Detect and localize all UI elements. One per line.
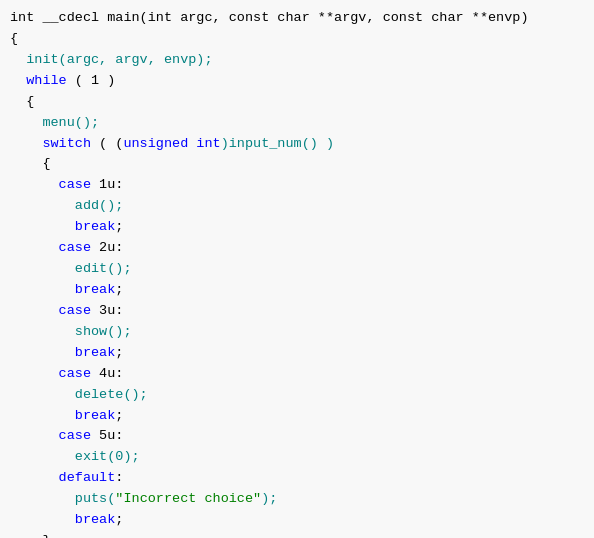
code-token: puts(	[10, 489, 115, 510]
code-token: )	[99, 71, 115, 92]
code-token: ( (	[91, 134, 123, 155]
code-token: 2u:	[91, 238, 123, 259]
code-line: break;	[10, 406, 584, 427]
code-line: while ( 1 )	[10, 71, 584, 92]
code-line: puts("Incorrect choice");	[10, 489, 584, 510]
code-token: ;	[115, 343, 123, 364]
code-line: break;	[10, 343, 584, 364]
code-token: ;	[115, 280, 123, 301]
code-token	[10, 343, 75, 364]
code-line: switch ( (unsigned int)input_num() )	[10, 134, 584, 155]
code-token: case	[59, 364, 91, 385]
code-line: show();	[10, 322, 584, 343]
code-token: }	[10, 531, 51, 538]
code-token: "Incorrect choice"	[115, 489, 261, 510]
code-token: add();	[10, 196, 123, 217]
code-token: :	[115, 468, 123, 489]
code-token: exit(0);	[10, 447, 140, 468]
code-token: 5u:	[91, 426, 123, 447]
code-line: exit(0);	[10, 447, 584, 468]
code-token: while	[26, 71, 67, 92]
code-token: default	[59, 468, 116, 489]
code-token: int __cdecl main(int argc, const char **…	[10, 8, 528, 29]
code-token: 1u:	[91, 175, 123, 196]
code-token: 3u:	[91, 301, 123, 322]
code-token: delete();	[10, 385, 148, 406]
code-line: case 4u:	[10, 364, 584, 385]
code-line: delete();	[10, 385, 584, 406]
code-token: show();	[10, 322, 132, 343]
code-line: case 3u:	[10, 301, 584, 322]
code-line: menu();	[10, 113, 584, 134]
code-token	[10, 238, 59, 259]
code-line: break;	[10, 280, 584, 301]
code-viewer: int __cdecl main(int argc, const char **…	[0, 0, 594, 538]
code-token: break	[75, 406, 116, 427]
code-token: break	[75, 280, 116, 301]
code-token	[10, 364, 59, 385]
code-token	[10, 217, 75, 238]
code-token: ;	[115, 406, 123, 427]
code-token	[10, 134, 42, 155]
code-token: edit();	[10, 259, 132, 280]
code-token: (	[67, 71, 91, 92]
code-token: 4u:	[91, 364, 123, 385]
code-token: ;	[115, 217, 123, 238]
code-token: init(argc, argv, envp);	[10, 50, 213, 71]
code-line: {	[10, 29, 584, 50]
code-line: edit();	[10, 259, 584, 280]
code-token: menu();	[10, 113, 99, 134]
code-token: );	[261, 489, 277, 510]
code-token	[10, 280, 75, 301]
code-token	[10, 71, 26, 92]
code-token: {	[10, 92, 34, 113]
code-line: {	[10, 92, 584, 113]
code-token: 1	[91, 71, 99, 92]
code-line: default:	[10, 468, 584, 489]
code-token: switch	[42, 134, 91, 155]
code-token	[10, 426, 59, 447]
code-token: case	[59, 301, 91, 322]
code-line: case 2u:	[10, 238, 584, 259]
code-token	[10, 175, 59, 196]
code-token: )input_num() )	[221, 134, 334, 155]
code-token	[10, 301, 59, 322]
code-line: case 1u:	[10, 175, 584, 196]
code-line: }	[10, 531, 584, 538]
code-line: add();	[10, 196, 584, 217]
code-token	[10, 468, 59, 489]
code-token: case	[59, 175, 91, 196]
code-line: int __cdecl main(int argc, const char **…	[10, 8, 584, 29]
code-token: unsigned int	[123, 134, 220, 155]
code-token: break	[75, 510, 116, 531]
code-line: init(argc, argv, envp);	[10, 50, 584, 71]
code-token: {	[10, 154, 51, 175]
code-line: break;	[10, 510, 584, 531]
code-token: break	[75, 343, 116, 364]
code-token: case	[59, 238, 91, 259]
code-token: {	[10, 29, 18, 50]
code-token: ;	[115, 510, 123, 531]
code-token	[10, 510, 75, 531]
code-line: break;	[10, 217, 584, 238]
code-line: {	[10, 154, 584, 175]
code-line: case 5u:	[10, 426, 584, 447]
code-token	[10, 406, 75, 427]
code-token: break	[75, 217, 116, 238]
code-token: case	[59, 426, 91, 447]
